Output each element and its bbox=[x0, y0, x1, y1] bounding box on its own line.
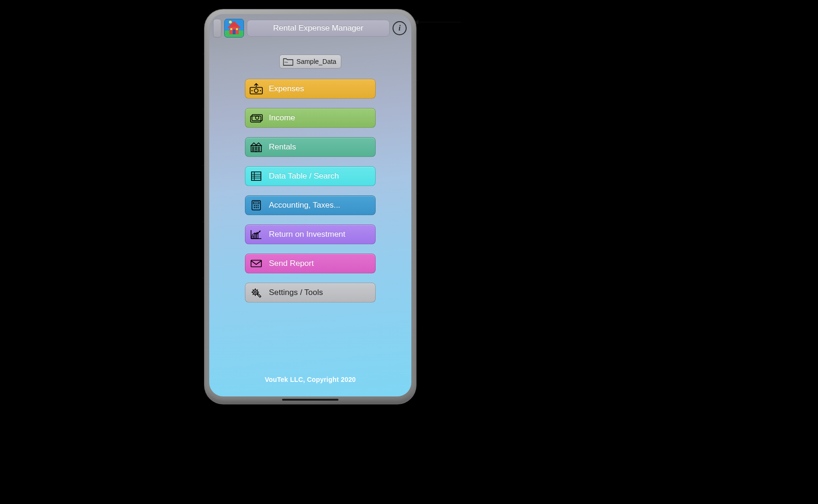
expenses-icon bbox=[248, 82, 264, 96]
svg-rect-24 bbox=[233, 30, 236, 34]
menu-send-report[interactable]: Send Report bbox=[245, 254, 376, 273]
svg-point-57 bbox=[258, 207, 259, 209]
app-title-label: Rental Expense Manager bbox=[273, 23, 363, 33]
footer-copyright: VouTek LLC, Copyright 2020 bbox=[209, 376, 411, 383]
menu-settings[interactable]: Settings / Tools bbox=[245, 283, 376, 302]
svg-point-55 bbox=[254, 207, 255, 209]
menu-send-report-label: Send Report bbox=[269, 259, 314, 268]
menu-roi-label: Return on Investment bbox=[269, 230, 346, 239]
svg-rect-61 bbox=[254, 234, 256, 239]
menu-income[interactable]: Income bbox=[245, 108, 376, 128]
file-picker-button[interactable]: File: Sample_Data bbox=[279, 54, 342, 69]
stage: Rental Expense Manager i File: Sample_Da… bbox=[0, 0, 818, 504]
folder-icon: File: bbox=[283, 57, 294, 66]
menu-button[interactable] bbox=[213, 19, 221, 38]
svg-point-30 bbox=[254, 89, 258, 93]
menu-data-table-label: Data Table / Search bbox=[269, 171, 339, 181]
svg-rect-42 bbox=[252, 149, 254, 151]
menu-roi[interactable]: Return on Investment bbox=[245, 225, 376, 244]
svg-point-52 bbox=[254, 205, 255, 207]
svg-point-54 bbox=[258, 205, 259, 207]
menu-settings-label: Settings / Tools bbox=[269, 288, 323, 297]
screen: Rental Expense Manager i File: Sample_Da… bbox=[209, 14, 411, 396]
svg-point-66 bbox=[254, 291, 256, 293]
svg-point-27 bbox=[229, 21, 232, 23]
menu-income-label: Income bbox=[269, 113, 295, 123]
svg-rect-43 bbox=[258, 149, 260, 151]
info-icon: i bbox=[399, 24, 401, 32]
svg-text:File:: File: bbox=[284, 61, 288, 63]
menu-rentals[interactable]: Rentals bbox=[245, 137, 376, 157]
menu-rentals-label: Rentals bbox=[269, 142, 296, 152]
roi-icon bbox=[248, 227, 264, 241]
svg-point-31 bbox=[252, 90, 252, 91]
svg-line-74 bbox=[257, 290, 258, 291]
annotation-arrow bbox=[409, 14, 461, 28]
menu-expenses[interactable]: Expenses bbox=[245, 79, 376, 99]
info-button[interactable]: i bbox=[393, 21, 407, 35]
svg-rect-60 bbox=[252, 236, 253, 239]
income-icon bbox=[248, 111, 264, 125]
svg-line-73 bbox=[253, 294, 254, 295]
menu-accounting-label: Accounting, Taxes... bbox=[269, 201, 340, 210]
envelope-icon bbox=[248, 256, 264, 271]
accounting-icon bbox=[248, 198, 264, 212]
svg-rect-64 bbox=[251, 260, 261, 267]
svg-rect-26 bbox=[236, 28, 238, 30]
svg-point-53 bbox=[256, 205, 257, 207]
table-icon bbox=[248, 169, 264, 183]
menu-accounting[interactable]: Accounting, Taxes... bbox=[245, 195, 376, 215]
file-row: File: Sample_Data bbox=[209, 54, 411, 69]
svg-rect-41 bbox=[258, 147, 260, 148]
main-menu: Expenses Income Rentals bbox=[209, 79, 411, 302]
home-indicator[interactable] bbox=[282, 399, 338, 401]
top-bar: Rental Expense Manager i bbox=[209, 14, 411, 40]
svg-point-35 bbox=[256, 116, 259, 119]
svg-rect-51 bbox=[253, 202, 259, 204]
svg-line-71 bbox=[253, 290, 254, 291]
svg-rect-40 bbox=[255, 147, 257, 148]
rentals-icon bbox=[248, 140, 264, 154]
device-frame: Rental Expense Manager i File: Sample_Da… bbox=[204, 9, 416, 404]
settings-icon bbox=[248, 286, 264, 300]
svg-rect-25 bbox=[230, 28, 232, 30]
menu-data-table[interactable]: Data Table / Search bbox=[245, 166, 376, 186]
svg-rect-39 bbox=[252, 147, 254, 148]
app-icon[interactable] bbox=[224, 19, 244, 38]
svg-point-32 bbox=[260, 90, 261, 91]
file-name-label: Sample_Data bbox=[297, 58, 337, 65]
app-title: Rental Expense Manager bbox=[247, 20, 390, 37]
menu-expenses-label: Expenses bbox=[269, 84, 304, 93]
svg-point-56 bbox=[256, 207, 257, 209]
svg-marker-38 bbox=[256, 143, 261, 146]
